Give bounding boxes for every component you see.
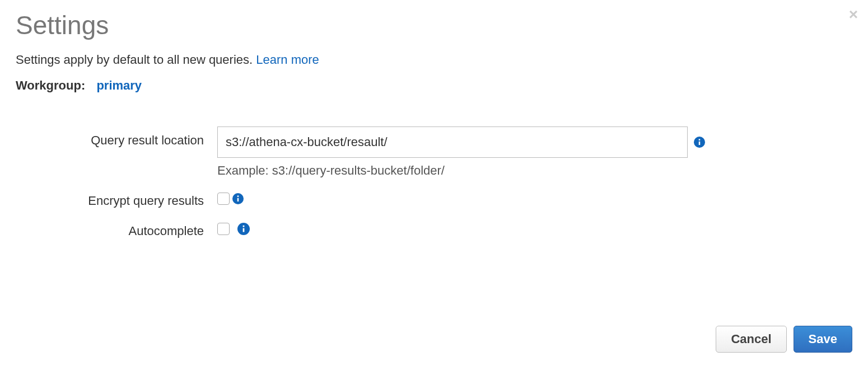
label-query-result-location: Query result location (16, 126, 217, 148)
svg-rect-7 (243, 228, 245, 232)
query-result-location-input[interactable] (217, 126, 688, 158)
svg-rect-8 (243, 226, 245, 227)
workgroup-line: Workgroup: primary (16, 78, 852, 93)
workgroup-value-link[interactable]: primary (96, 78, 142, 92)
settings-subtitle: Settings apply by default to all new que… (16, 53, 852, 67)
svg-rect-5 (237, 195, 239, 197)
subtitle-text: Settings apply by default to all new que… (16, 53, 256, 67)
info-icon[interactable] (232, 193, 244, 205)
row-autocomplete: Autocomplete (16, 223, 852, 238)
svg-rect-2 (699, 139, 701, 140)
info-icon[interactable] (237, 223, 250, 235)
workgroup-label: Workgroup: (16, 78, 85, 92)
cancel-button[interactable]: Cancel (716, 326, 786, 353)
close-icon[interactable]: × (849, 7, 858, 22)
label-autocomplete: Autocomplete (16, 223, 217, 238)
row-query-result-location: Query result location Example: s3://quer… (16, 126, 852, 178)
autocomplete-checkbox[interactable] (217, 223, 230, 235)
page-title: Settings (16, 10, 852, 40)
learn-more-link[interactable]: Learn more (256, 53, 319, 67)
encrypt-query-results-checkbox[interactable] (217, 193, 230, 205)
svg-rect-4 (237, 198, 239, 201)
info-icon[interactable] (693, 136, 706, 148)
svg-rect-1 (699, 142, 701, 145)
label-encrypt-query-results: Encrypt query results (16, 193, 217, 208)
query-result-location-hint: Example: s3://query-results-bucket/folde… (217, 163, 706, 178)
row-encrypt-query-results: Encrypt query results (16, 193, 852, 208)
save-button[interactable]: Save (794, 326, 852, 353)
footer-buttons: Cancel Save (716, 326, 852, 353)
